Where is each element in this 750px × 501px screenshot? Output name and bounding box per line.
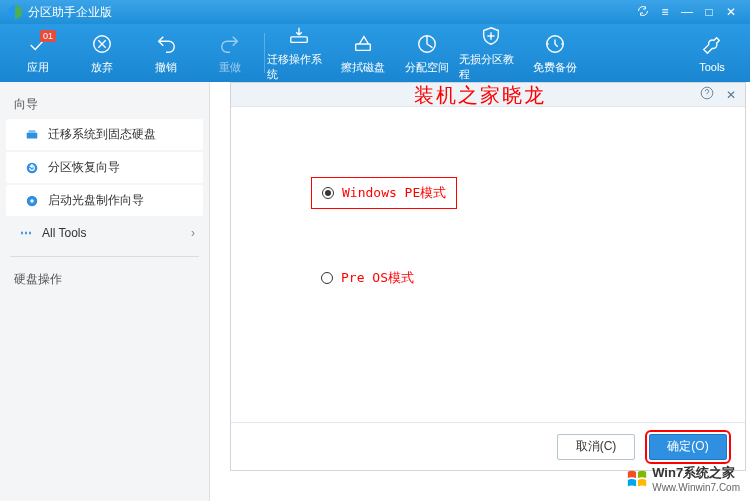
radio-preos-label: Pre OS模式	[341, 269, 414, 287]
sidebar-item-label: All Tools	[42, 226, 86, 240]
dialog-help-icon[interactable]	[699, 86, 715, 103]
svg-point-13	[30, 199, 34, 203]
menu-icon[interactable]: ≡	[654, 5, 676, 19]
sidebar-item-migrate-ssd[interactable]: 迁移系统到固态硬盘	[6, 119, 203, 150]
lossless-tutorial-label: 无损分区教程	[459, 52, 523, 82]
tools-button[interactable]: Tools	[680, 29, 744, 77]
cancel-button[interactable]: 取消(C)	[557, 434, 635, 460]
apply-badge: 01	[40, 30, 56, 42]
close-button[interactable]: ✕	[720, 5, 742, 19]
radio-option-winpe[interactable]: Windows PE模式	[311, 177, 457, 209]
refresh-icon[interactable]	[632, 5, 654, 20]
maximize-button[interactable]: □	[698, 5, 720, 19]
migrate-os-button[interactable]: 迁移操作系统	[267, 20, 331, 86]
radio-option-preos[interactable]: Pre OS模式	[311, 263, 705, 293]
sidebar-separator	[10, 256, 199, 257]
brand-watermark: Win7系统之家 Www.Winwin7.Com	[626, 464, 740, 493]
disc-icon	[24, 193, 40, 209]
radio-unchecked-icon	[321, 272, 333, 284]
dialog-close-icon[interactable]: ✕	[723, 88, 739, 102]
shield-icon	[480, 24, 502, 48]
dots-icon: ⋯	[18, 225, 34, 241]
sidebar-item-boot-disc[interactable]: 启动光盘制作向导	[6, 185, 203, 216]
redo-button[interactable]: 重做	[198, 28, 262, 79]
lossless-tutorial-button[interactable]: 无损分区教程	[459, 20, 523, 86]
wipe-disk-button[interactable]: 擦拭磁盘	[331, 28, 395, 79]
radio-checked-icon	[322, 187, 334, 199]
sidebar-item-label: 迁移系统到固态硬盘	[48, 126, 156, 143]
disk-arrow-icon	[288, 24, 310, 48]
sidebar-group-disk-ops: 硬盘操作	[0, 265, 209, 294]
content-area: 装机之家晓龙 ✕ Windows PE模式 Pre OS模式	[210, 82, 750, 501]
svg-rect-9	[27, 132, 38, 138]
watermark-text: 装机之家晓龙	[414, 82, 546, 109]
discard-label: 放弃	[91, 60, 113, 75]
alloc-space-button[interactable]: 分配空间	[395, 28, 459, 79]
toolbar-separator	[264, 33, 265, 73]
sidebar: 向导 迁移系统到固态硬盘 分区恢复向导 启动光盘制作向导 ⋯ All Tools…	[0, 82, 210, 501]
wrench-icon	[701, 33, 723, 57]
cancel-label: 取消(C)	[576, 438, 617, 455]
free-backup-label: 免费备份	[533, 60, 577, 75]
alloc-icon	[416, 32, 438, 56]
radio-winpe-label: Windows PE模式	[342, 184, 446, 202]
apply-label: 应用	[27, 60, 49, 75]
window-titlebar: 分区助手企业版 ≡ — □ ✕	[0, 0, 750, 24]
svg-rect-4	[356, 44, 371, 50]
migrate-os-label: 迁移操作系统	[267, 52, 331, 82]
sidebar-item-label: 启动光盘制作向导	[48, 192, 144, 209]
sidebar-item-partition-recovery[interactable]: 分区恢复向导	[6, 152, 203, 183]
sidebar-group-wizard: 向导	[0, 90, 209, 119]
undo-label: 撤销	[155, 60, 177, 75]
backup-icon	[544, 32, 566, 56]
ok-button[interactable]: 确定(O)	[649, 434, 727, 460]
apply-button[interactable]: 01 应用	[6, 28, 70, 79]
discard-button[interactable]: 放弃	[70, 28, 134, 79]
tools-label: Tools	[699, 61, 725, 73]
sidebar-item-all-tools[interactable]: ⋯ All Tools ›	[0, 218, 209, 248]
svg-rect-10	[29, 130, 36, 132]
wipe-disk-label: 擦拭磁盘	[341, 60, 385, 75]
free-backup-button[interactable]: 免费备份	[523, 28, 587, 79]
window-title: 分区助手企业版	[28, 4, 632, 21]
wipe-icon	[352, 32, 374, 56]
mode-dialog: ✕ Windows PE模式 Pre OS模式 取消(C)	[230, 82, 746, 471]
main-area: 向导 迁移系统到固态硬盘 分区恢复向导 启动光盘制作向导 ⋯ All Tools…	[0, 82, 750, 501]
app-logo-icon	[8, 5, 22, 19]
ssd-icon	[24, 127, 40, 143]
chevron-right-icon: ›	[191, 226, 195, 240]
windows-flag-icon	[626, 468, 648, 490]
brand-name: Win7系统之家	[652, 465, 735, 480]
sidebar-item-label: 分区恢复向导	[48, 159, 120, 176]
minimize-button[interactable]: —	[676, 5, 698, 19]
discard-icon	[91, 32, 113, 56]
ok-label: 确定(O)	[667, 438, 708, 455]
redo-icon	[219, 32, 241, 56]
dialog-footer: 取消(C) 确定(O)	[231, 422, 745, 470]
undo-button[interactable]: 撤销	[134, 28, 198, 79]
redo-label: 重做	[219, 60, 241, 75]
recovery-icon	[24, 160, 40, 176]
alloc-space-label: 分配空间	[405, 60, 449, 75]
undo-icon	[155, 32, 177, 56]
svg-rect-3	[291, 37, 308, 42]
main-toolbar: 01 应用 放弃 撤销 重做 迁移操作系统 擦拭磁盘 分配空间 无损分区教程 免…	[0, 24, 750, 82]
dialog-body: Windows PE模式 Pre OS模式	[231, 107, 745, 422]
brand-url: Www.Winwin7.Com	[652, 482, 740, 493]
